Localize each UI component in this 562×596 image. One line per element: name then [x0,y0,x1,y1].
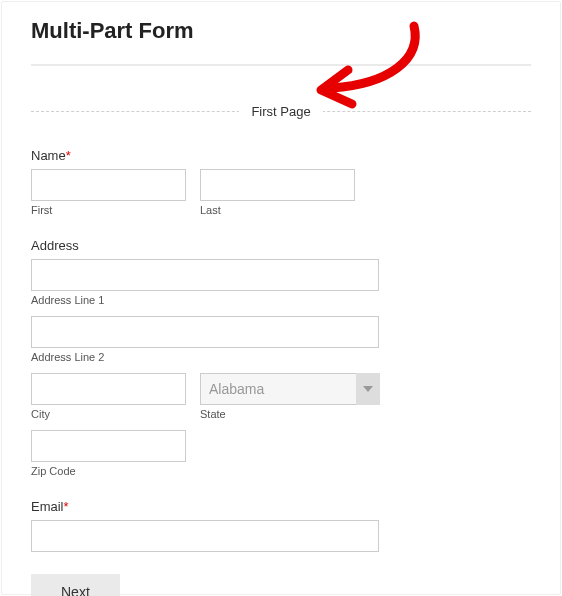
divider-top [31,64,531,66]
last-name-input[interactable] [200,169,355,201]
required-mark: * [66,148,71,163]
email-section: Email* [31,499,531,552]
page-divider: First Page [31,102,531,120]
state-sublabel: State [200,408,380,420]
page-divider-label: First Page [239,104,322,119]
address-label: Address [31,238,531,253]
email-input[interactable] [31,520,379,552]
city-input[interactable] [31,373,186,405]
address-line2-input[interactable] [31,316,379,348]
email-label-text: Email [31,499,64,514]
address-line1-sublabel: Address Line 1 [31,294,531,306]
address-line2-sublabel: Address Line 2 [31,351,531,363]
form-panel: Multi-Part Form First Page Name* First L… [1,1,561,595]
state-select[interactable] [200,373,380,405]
next-button[interactable]: Next [31,574,120,596]
required-mark: * [64,499,69,514]
name-label-text: Name [31,148,66,163]
zip-input[interactable] [31,430,186,462]
first-name-input[interactable] [31,169,186,201]
state-select-display[interactable] [200,373,380,405]
name-label: Name* [31,148,531,163]
last-name-sublabel: Last [200,204,355,216]
email-label: Email* [31,499,531,514]
name-section: Name* First Last [31,148,531,216]
page-title: Multi-Part Form [31,18,531,44]
address-section: Address Address Line 1 Address Line 2 Ci… [31,238,531,477]
zip-sublabel: Zip Code [31,465,186,477]
chevron-down-icon [356,373,380,405]
first-name-sublabel: First [31,204,186,216]
city-sublabel: City [31,408,186,420]
address-line1-input[interactable] [31,259,379,291]
